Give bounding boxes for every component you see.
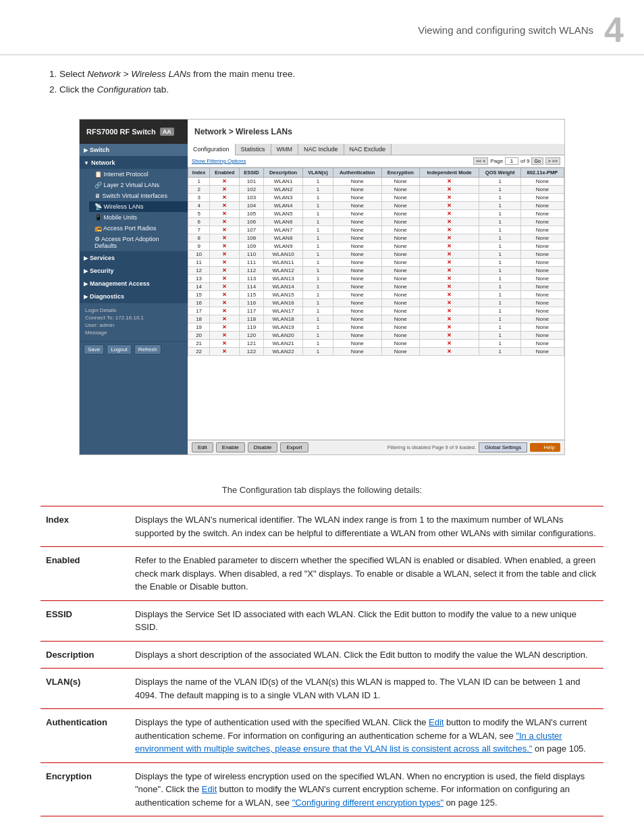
help-button[interactable]: ❓ Help bbox=[530, 443, 560, 452]
sidebar-diagnostics-header[interactable]: ▶ Diagnostics bbox=[80, 290, 188, 303]
logout-button[interactable]: Logout bbox=[107, 344, 131, 355]
next-next-button[interactable]: > >> bbox=[545, 157, 560, 165]
sidebar-item-switch-virtual[interactable]: 🖥 Switch Virtual Interfaces bbox=[89, 190, 188, 201]
sidebar-item-mobile-units[interactable]: 📱 Mobile Units bbox=[89, 212, 188, 223]
table-row[interactable]: 18✕118WLAN181NoneNone✕1None bbox=[188, 315, 564, 323]
x-mark-icon: ✕ bbox=[222, 235, 227, 241]
sidebar-security-header[interactable]: ▶ Security bbox=[80, 265, 188, 277]
definition-link[interactable]: Edit bbox=[429, 717, 444, 727]
table-row[interactable]: 13✕113WLAN131NoneNone✕1None bbox=[188, 275, 564, 283]
go-button[interactable]: Go bbox=[531, 157, 543, 165]
detail-row: IndexDisplays the WLAN's numerical ident… bbox=[41, 506, 603, 547]
login-section: Login Details Connect To: 172.16.10.1 Us… bbox=[80, 303, 188, 341]
sidebar-item-access-port-adoption[interactable]: ⚙ Access Port Adoption Defaults bbox=[89, 234, 188, 251]
table-row[interactable]: 16✕116WLAN161NoneNone✕1None bbox=[188, 299, 564, 307]
table-row[interactable]: 5✕105WLAN51NoneNone✕1None bbox=[188, 210, 564, 218]
detail-row: DescriptionDisplays a short description … bbox=[41, 641, 603, 669]
tab-statistics[interactable]: Statistics bbox=[236, 144, 271, 155]
table-row[interactable]: 4✕104WLAN41NoneNone✕1None bbox=[188, 202, 564, 210]
prev-prev-button[interactable]: << < bbox=[473, 157, 488, 165]
sidebar-item-layer2-vlans[interactable]: 🔗 Layer 2 Virtual LANs bbox=[89, 180, 188, 190]
table-row[interactable]: 3✕103WLAN31NoneNone✕1None bbox=[188, 194, 564, 202]
show-filter-link[interactable]: Show Filtering Options bbox=[192, 158, 246, 164]
detail-term: Description bbox=[41, 641, 122, 669]
col-qos-weight: QOS Weight bbox=[479, 168, 520, 178]
x-mark-icon: ✕ bbox=[222, 300, 227, 306]
x-mark-icon: ✕ bbox=[222, 243, 227, 249]
disable-button[interactable]: Disable bbox=[248, 442, 278, 452]
table-row[interactable]: 15✕115WLAN151NoneNone✕1None bbox=[188, 291, 564, 299]
table-row[interactable]: 21✕121WLAN211NoneNone✕1None bbox=[188, 340, 564, 348]
col-authentication: Authentication bbox=[333, 168, 381, 178]
col-encryption: Encryption bbox=[381, 168, 419, 178]
sidebar-services-header[interactable]: ▶ Services bbox=[80, 252, 188, 264]
page-header-title: Viewing and configuring switch WLANs bbox=[418, 24, 593, 36]
table-row[interactable]: 20✕120WLAN201NoneNone✕1None bbox=[188, 332, 564, 340]
detail-row: VLAN(s)Displays the name of the VLAN ID(… bbox=[41, 669, 603, 709]
page-label: Page bbox=[490, 158, 503, 164]
x-mark-icon: ✕ bbox=[447, 292, 452, 298]
enable-button[interactable]: Enable bbox=[216, 442, 245, 452]
x-mark-icon: ✕ bbox=[447, 308, 452, 314]
save-button[interactable]: Save bbox=[84, 344, 104, 355]
table-row[interactable]: 8✕108WLAN81NoneNone✕1None bbox=[188, 234, 564, 242]
refresh-button[interactable]: Refresh bbox=[134, 344, 161, 355]
sidebar-section-security: ▶ Security bbox=[80, 265, 188, 278]
edit-button[interactable]: Edit bbox=[192, 442, 213, 452]
table-row[interactable]: 9✕109WLAN91NoneNone✕1None bbox=[188, 242, 564, 251]
sidebar-network-header[interactable]: ▼ Network bbox=[80, 157, 188, 169]
sidebar-switch-header[interactable]: ▶ Switch bbox=[80, 144, 188, 156]
tab-nac-exclude[interactable]: NAC Exclude bbox=[344, 144, 392, 155]
col-vlans: VLAN(s) bbox=[303, 168, 333, 178]
sw-toolbar: Show Filtering Options << < Page of 9 Go… bbox=[188, 155, 564, 167]
table-row[interactable]: 14✕114WLAN141NoneNone✕1None bbox=[188, 283, 564, 291]
x-mark-icon: ✕ bbox=[447, 300, 452, 306]
page-input[interactable] bbox=[505, 157, 518, 165]
of-label: of 9 bbox=[520, 158, 529, 164]
sidebar-item-internet-protocol[interactable]: 📋 Internet Protocol bbox=[89, 169, 188, 180]
table-row[interactable]: 6✕106WLAN61NoneNone✕1None bbox=[188, 218, 564, 226]
x-mark-icon: ✕ bbox=[447, 340, 452, 346]
table-row[interactable]: 1✕101WLAN11NoneNone✕1None bbox=[188, 178, 564, 186]
x-mark-icon: ✕ bbox=[447, 203, 452, 209]
sidebar-section-network: ▼ Network 📋 Internet Protocol 🔗 Layer 2 … bbox=[80, 157, 188, 252]
x-mark-icon: ✕ bbox=[447, 194, 452, 201]
detail-term: Index bbox=[41, 506, 122, 547]
tab-configuration[interactable]: Configuration bbox=[188, 144, 236, 155]
x-mark-icon: ✕ bbox=[447, 259, 452, 265]
x-mark-icon: ✕ bbox=[447, 243, 452, 249]
instruction-step-1: Select Network > Wireless LANs from the … bbox=[59, 69, 603, 79]
details-table: IndexDisplays the WLAN's numerical ident… bbox=[41, 506, 603, 816]
x-mark-icon: ✕ bbox=[222, 178, 227, 184]
table-row[interactable]: 10✕110WLAN101NoneNone✕1None bbox=[188, 251, 564, 259]
x-mark-icon: ✕ bbox=[222, 259, 227, 265]
tab-nac-include[interactable]: NAC Include bbox=[298, 144, 344, 155]
table-row[interactable]: 11✕111WLAN111NoneNone✕1None bbox=[188, 259, 564, 267]
x-mark-icon: ✕ bbox=[222, 324, 227, 330]
x-mark-icon: ✕ bbox=[222, 203, 227, 209]
table-row[interactable]: 19✕119WLAN191NoneNone✕1None bbox=[188, 323, 564, 332]
sidebar-item-wireless-lans[interactable]: 📡 Wireless LANs bbox=[89, 201, 188, 212]
definition-link[interactable]: Edit bbox=[202, 784, 217, 794]
user-info: User: admin bbox=[85, 322, 182, 328]
x-mark-icon: ✕ bbox=[447, 227, 452, 233]
col-802-pmp: 802.11e-PMP bbox=[520, 168, 564, 178]
sidebar-management-header[interactable]: ▶ Management Access bbox=[80, 278, 188, 290]
definition-link[interactable]: "In a cluster environment with multiple … bbox=[135, 731, 562, 754]
table-row[interactable]: 12✕112WLAN121NoneNone✕1None bbox=[188, 267, 564, 275]
export-button[interactable]: Export bbox=[280, 442, 308, 452]
definition-link[interactable]: "Configuring different encryption types" bbox=[292, 798, 444, 808]
tab-wmm[interactable]: WMM bbox=[271, 144, 299, 155]
x-mark-icon: ✕ bbox=[447, 316, 452, 322]
page-number: 4 bbox=[604, 12, 624, 47]
global-settings-button[interactable]: Global Settings bbox=[479, 442, 527, 452]
table-row[interactable]: 17✕117WLAN171NoneNone✕1None bbox=[188, 307, 564, 315]
x-mark-icon: ✕ bbox=[222, 219, 227, 225]
table-row[interactable]: 22✕122WLAN221NoneNone✕1None bbox=[188, 348, 564, 356]
sidebar-item-access-port-radios[interactable]: 📻 Access Port Radios bbox=[89, 223, 188, 234]
wlan-table-body: 1✕101WLAN11NoneNone✕1None2✕102WLAN21None… bbox=[188, 178, 564, 356]
detail-definition: Displays the type of authentication used… bbox=[122, 709, 603, 763]
table-row[interactable]: 7✕107WLAN71NoneNone✕1None bbox=[188, 226, 564, 234]
table-row[interactable]: 2✕102WLAN21NoneNone✕1None bbox=[188, 186, 564, 194]
col-enabled: Enabled bbox=[210, 168, 240, 178]
